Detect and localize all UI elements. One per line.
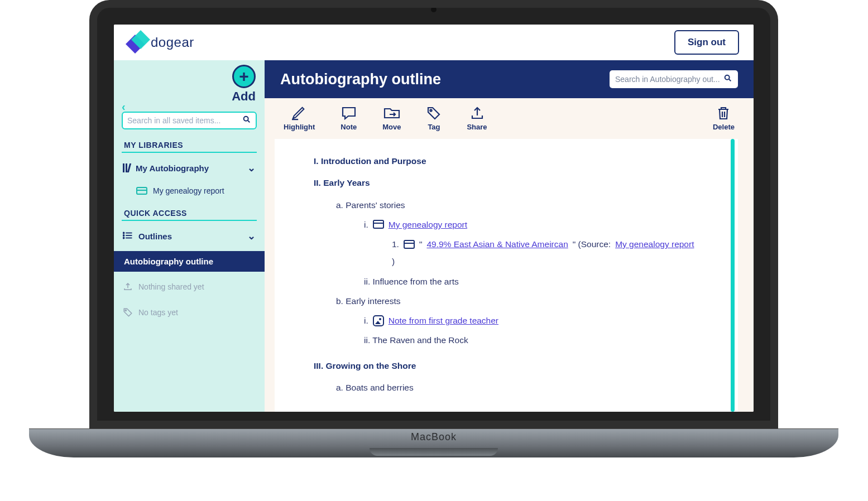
outline-item: i. Note from first grade teacher xyxy=(364,311,699,330)
svg-line-10 xyxy=(729,79,731,81)
main: Autobiography outline Hig xyxy=(265,60,754,412)
sign-out-button[interactable]: Sign out xyxy=(674,30,739,55)
add-container: + Add xyxy=(119,65,259,104)
section-libraries-header: MY LIBRARIES xyxy=(122,135,257,153)
document-icon xyxy=(404,240,415,249)
title-search[interactable] xyxy=(610,70,738,88)
laptop-frame: dogear Sign out + Add ‹ xyxy=(89,0,778,457)
svg-point-6 xyxy=(123,234,124,235)
camera-icon xyxy=(431,7,437,12)
sidebar-item-outlines[interactable]: Outlines ⌄ xyxy=(119,225,259,247)
sidebar-item-tags-empty: No tags yet xyxy=(119,302,259,323)
link-east-asian-quote[interactable]: 49.9% East Asian & Native Ameircan xyxy=(426,238,568,250)
outline-section-intro: I. Introduction and Purpose xyxy=(314,155,699,167)
library-label: My Autobiography xyxy=(136,163,209,173)
tool-label: Highlight xyxy=(284,123,315,131)
document-wrap: I. Introduction and Purpose II. Early Ye… xyxy=(265,139,754,412)
outline-item: ii. The Raven and the Rock xyxy=(364,330,699,350)
shared-empty-label: Nothing shared yet xyxy=(138,282,204,291)
search-icon[interactable] xyxy=(242,115,251,126)
app: dogear Sign out + Add ‹ xyxy=(114,25,754,412)
image-icon xyxy=(373,315,384,326)
title-search-input[interactable] xyxy=(615,75,723,84)
link-first-grade-note[interactable]: Note from first grade teacher xyxy=(389,314,498,327)
scrollbar[interactable] xyxy=(731,139,735,412)
tool-label: Share xyxy=(467,123,487,131)
search-icon[interactable] xyxy=(723,74,732,85)
document-icon xyxy=(373,220,384,229)
library-icon xyxy=(123,163,130,172)
outlines-label: Outlines xyxy=(138,232,172,241)
svg-point-8 xyxy=(125,310,126,311)
quote-after: " (Source: xyxy=(573,238,611,250)
outline-section-early-years: II. Early Years xyxy=(314,176,699,189)
back-chevron-icon[interactable]: ‹ xyxy=(122,100,126,113)
tool-label: Tag xyxy=(428,123,440,131)
topbar: dogear Sign out xyxy=(114,25,754,60)
tool-share[interactable]: Share xyxy=(467,106,487,131)
svg-line-1 xyxy=(248,121,250,122)
quote-open: " xyxy=(419,238,423,250)
sidebar-item-my-autobiography[interactable]: My Autobiography ⌄ xyxy=(119,157,259,179)
page-title: Autobiography outline xyxy=(280,71,441,88)
svg-point-0 xyxy=(244,117,248,121)
link-genealogy-source[interactable]: My genealogy report xyxy=(615,238,694,250)
outline-item: a. Parents' stories xyxy=(336,195,699,215)
tool-delete[interactable]: Delete xyxy=(713,106,735,131)
logo-text: dogear xyxy=(151,35,194,50)
outline-item: i. My genealogy report xyxy=(364,215,699,234)
outline-section-growing-shore: III. Growing on the Shore xyxy=(314,359,699,372)
outline-item: a. Boats and berries xyxy=(336,378,699,397)
svg-point-5 xyxy=(123,232,124,233)
app-body: + Add ‹ MY LIBRARIES xyxy=(114,60,754,412)
add-button[interactable]: + xyxy=(232,65,256,88)
laptop-base: MacBook xyxy=(29,428,838,457)
toolbar: Highlight Note Move xyxy=(265,98,754,139)
section-quick-access-header: QUICK ACCESS xyxy=(122,203,257,221)
tags-empty-label: No tags yet xyxy=(138,308,178,317)
logo-icon xyxy=(128,33,147,52)
tool-label: Delete xyxy=(713,123,735,131)
outline-item: 1. "49.9% East Asian & Native Ameircan" … xyxy=(392,234,699,272)
title-bar: Autobiography outline xyxy=(265,60,754,98)
svg-point-12 xyxy=(430,109,432,111)
tool-highlight[interactable]: Highlight xyxy=(284,106,315,131)
chevron-down-icon[interactable]: ⌄ xyxy=(247,162,256,174)
list-icon xyxy=(123,232,133,241)
screen: dogear Sign out + Add ‹ xyxy=(114,25,754,412)
screen-bezel: dogear Sign out + Add ‹ xyxy=(89,0,778,428)
active-outline-label: Autobiography outline xyxy=(124,257,213,266)
child-label: My genealogy report xyxy=(153,186,224,195)
sidebar-item-genealogy-report[interactable]: My genealogy report xyxy=(119,183,259,199)
logo[interactable]: dogear xyxy=(128,33,194,52)
sidebar-item-autobiography-outline[interactable]: Autobiography outline xyxy=(114,251,265,272)
tool-label: Move xyxy=(382,123,401,131)
sidebar-search-input[interactable] xyxy=(127,116,242,125)
document-icon xyxy=(136,187,147,195)
laptop-notch xyxy=(370,448,498,456)
outline-item: b. Early interests xyxy=(336,291,699,311)
bullet-label: i. xyxy=(364,218,368,231)
sidebar-item-shared-empty: Nothing shared yet xyxy=(119,276,259,297)
tool-label: Note xyxy=(341,123,357,131)
document[interactable]: I. Introduction and Purpose II. Early Ye… xyxy=(275,139,738,412)
device-label: MacBook xyxy=(411,431,457,443)
tool-note[interactable]: Note xyxy=(341,106,357,131)
outline-item: ii. Influence from the arts xyxy=(364,272,699,291)
tool-move[interactable]: Move xyxy=(382,106,401,131)
svg-point-7 xyxy=(123,237,124,238)
tool-tag[interactable]: Tag xyxy=(426,106,441,131)
sidebar-search[interactable] xyxy=(122,112,257,129)
bullet-label: 1. xyxy=(392,238,399,250)
sidebar: + Add ‹ MY LIBRARIES xyxy=(114,60,265,412)
chevron-down-icon[interactable]: ⌄ xyxy=(247,230,256,242)
link-genealogy-report[interactable]: My genealogy report xyxy=(389,218,467,231)
quote-close: ) xyxy=(392,255,395,268)
bullet-label: i. xyxy=(364,314,368,327)
svg-point-9 xyxy=(725,75,730,80)
add-label: Add xyxy=(232,89,256,104)
